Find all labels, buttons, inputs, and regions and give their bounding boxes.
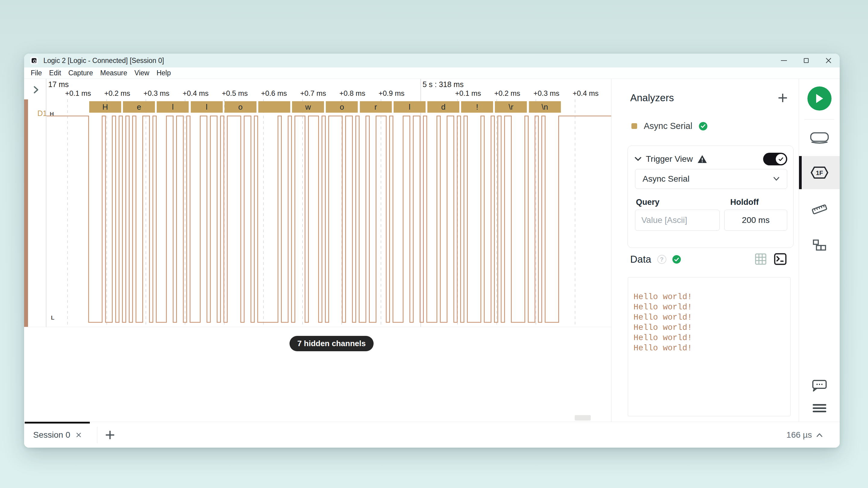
- new-session-button[interactable]: [105, 430, 115, 440]
- close-tab-icon[interactable]: [76, 432, 82, 438]
- terminal-line: Hello world!: [633, 323, 790, 333]
- waveform-viewport[interactable]: 17 ms 5 s : 318 ms +0.1 ms+0.2 ms+0.3 ms…: [24, 79, 611, 422]
- query-input[interactable]: Value [Ascii]: [635, 210, 720, 231]
- tick-label: +0.8 ms: [339, 89, 365, 98]
- terminal-line: Hello world!: [633, 302, 790, 313]
- measure-button[interactable]: [799, 199, 840, 220]
- feedback-button[interactable]: [799, 375, 840, 396]
- tick-label: +0.1 ms: [455, 89, 481, 98]
- ruler-icon: [811, 203, 828, 216]
- terminal-line: Hello world!: [633, 343, 790, 353]
- menu-capture[interactable]: Capture: [65, 69, 97, 77]
- decode-bubble: [258, 101, 290, 113]
- tick-label: +0.6 ms: [261, 89, 287, 98]
- holdoff-input[interactable]: 200 ms: [724, 210, 787, 231]
- main-menu-button[interactable]: [799, 398, 840, 419]
- chevron-down-icon[interactable]: [634, 157, 642, 161]
- query-placeholder: Value [Ascii]: [641, 216, 687, 225]
- decode-bubble: l: [191, 101, 223, 113]
- device-icon: [810, 132, 829, 144]
- decode-bubble: o: [224, 101, 256, 113]
- menubar: FileEditCaptureMeasureViewHelp: [24, 67, 840, 79]
- decode-bubble: l: [394, 101, 426, 113]
- trigger-view-card: Trigger View Async Serial: [627, 145, 794, 248]
- holdoff-label: Holdoff: [730, 198, 758, 207]
- table-view-icon[interactable]: [755, 253, 767, 265]
- help-icon[interactable]: ?: [657, 255, 666, 264]
- decode-bubble: w: [292, 101, 324, 113]
- tick-label: +0.9 ms: [378, 89, 404, 98]
- terminal-line: Hello world!: [633, 333, 790, 343]
- trigger-view-toggle[interactable]: [763, 153, 787, 165]
- data-ok-check-icon: [673, 255, 681, 264]
- add-analyzer-button[interactable]: [778, 93, 788, 103]
- menu-edit[interactable]: Edit: [45, 69, 65, 77]
- trigger-view-label: Trigger View: [646, 154, 693, 164]
- tick-label: +0.5 ms: [222, 89, 248, 98]
- maximize-icon: [804, 58, 809, 63]
- app-icon: [30, 57, 38, 64]
- device-settings-button[interactable]: [799, 126, 840, 150]
- menu-measure[interactable]: Measure: [97, 69, 131, 77]
- tab-separator: [97, 427, 97, 443]
- channel-waveform-area[interactable]: Helloworld!\r\n: [24, 99, 611, 327]
- tab-analyzers[interactable]: 1F: [799, 156, 840, 189]
- channel-area-divider: [24, 327, 611, 327]
- terminal-line: Hello world!: [633, 292, 790, 302]
- timing-value: 166 µs: [786, 430, 812, 440]
- active-tab-indicator: [799, 156, 802, 189]
- hidden-channels-pill[interactable]: 7 hidden channels: [290, 336, 374, 351]
- decode-bubble: H: [89, 101, 121, 113]
- timeline-origin-label: 17 ms: [48, 80, 69, 89]
- terminal-view-icon[interactable]: [774, 253, 786, 265]
- decode-bubble: o: [326, 101, 358, 113]
- titlebar[interactable]: Logic 2 [Logic - Connected] [Session 0]: [24, 54, 840, 67]
- close-button[interactable]: [817, 54, 840, 67]
- session-bar: Session 0 166 µs: [24, 422, 840, 448]
- tick-label: +0.2 ms: [104, 89, 130, 98]
- decode-bubble: e: [123, 101, 155, 113]
- menu-help[interactable]: Help: [153, 69, 174, 77]
- decode-bubble: !: [461, 101, 493, 113]
- minimize-button[interactable]: [773, 54, 795, 67]
- decode-bubble: \r: [495, 101, 527, 113]
- right-toolbar: 1F: [799, 79, 839, 422]
- maximize-button[interactable]: [795, 54, 817, 67]
- menu-view[interactable]: View: [131, 69, 153, 77]
- menu-file[interactable]: File: [27, 69, 45, 77]
- minimize-icon: [781, 60, 787, 61]
- trigger-analyzer-select[interactable]: Async Serial: [635, 169, 787, 189]
- timeline-trigger-label: 5 s : 318 ms: [423, 80, 464, 89]
- tick-label: +0.2 ms: [494, 89, 520, 98]
- analyzer-1f-icon: 1F: [810, 166, 829, 179]
- analyzers-panel: Analyzers Async Serial Trigger View: [611, 79, 799, 422]
- session-tab-label: Session 0: [33, 430, 70, 440]
- tick-label: +0.1 ms: [65, 89, 91, 98]
- analyzer-name: Async Serial: [644, 121, 692, 131]
- analyzer-row-async-serial[interactable]: Async Serial: [631, 121, 707, 131]
- data-terminal-output[interactable]: Hello world!Hello world!Hello world!Hell…: [628, 277, 790, 416]
- tick-label: +0.7 ms: [300, 89, 326, 98]
- extensions-button[interactable]: [799, 235, 840, 256]
- tick-label: +0.4 ms: [572, 89, 598, 98]
- analyzer-color-bullet-icon: [631, 123, 637, 129]
- play-icon: [815, 93, 824, 104]
- uart-waveform: [24, 99, 611, 327]
- collapse-timeline-chevron-icon[interactable]: [33, 86, 39, 94]
- tab-session-0[interactable]: Session 0: [24, 422, 89, 448]
- start-capture-button[interactable]: [799, 87, 840, 110]
- decode-bubble: l: [157, 101, 189, 113]
- tick-label: +0.3 ms: [533, 89, 559, 98]
- analyzers-title: Analyzers: [630, 92, 674, 104]
- chevron-down-icon: [773, 177, 780, 181]
- horizontal-scrollbar-thumb[interactable]: [575, 415, 591, 421]
- toggle-knob-check-icon: [776, 154, 786, 164]
- window-title: Logic 2 [Logic - Connected] [Session 0]: [43, 57, 164, 65]
- timing-readout[interactable]: 166 µs: [786, 422, 823, 448]
- warning-icon: [697, 155, 707, 164]
- svg-text:1F: 1F: [816, 170, 823, 176]
- close-icon: [825, 57, 832, 64]
- chevron-up-icon: [816, 433, 823, 437]
- data-title: Data: [630, 254, 651, 265]
- terminal-line: Hello world!: [633, 313, 790, 323]
